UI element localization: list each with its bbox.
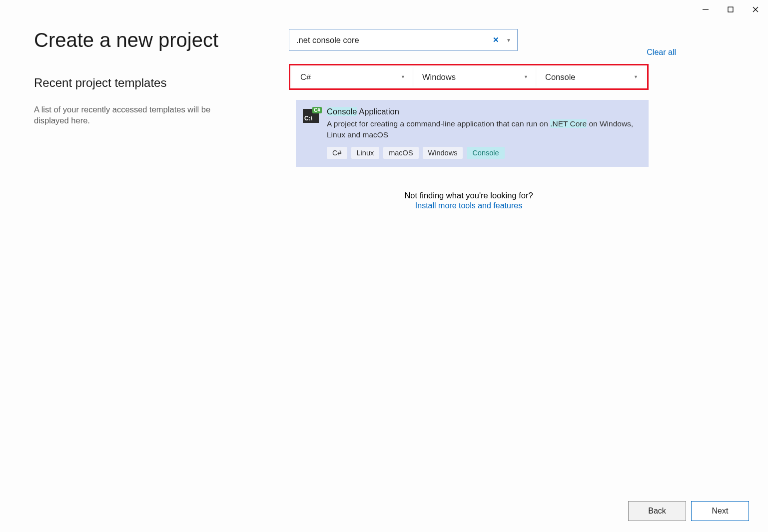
console-app-icon: C:\ C# xyxy=(303,109,320,126)
minimize-button[interactable] xyxy=(693,0,718,19)
close-button[interactable] xyxy=(743,0,768,19)
back-button[interactable]: Back xyxy=(628,501,686,521)
language-filter-label: C# xyxy=(300,72,311,82)
search-input[interactable] xyxy=(296,35,490,45)
template-tags: C# Linux macOS Windows Console xyxy=(327,147,640,159)
chevron-down-icon: ▼ xyxy=(401,74,405,79)
next-button[interactable]: Next xyxy=(691,501,749,521)
recent-templates-title: Recent project templates xyxy=(34,76,269,90)
platform-filter-label: Windows xyxy=(422,72,456,82)
tag: macOS xyxy=(383,147,418,159)
page-title: Create a new project xyxy=(34,29,269,51)
template-title: Console Application xyxy=(327,107,640,116)
template-result[interactable]: C:\ C# Console Application A project for… xyxy=(296,100,649,167)
search-dropdown-icon[interactable]: ▼ xyxy=(502,37,515,43)
tag: Console xyxy=(467,147,504,159)
window-controls xyxy=(693,0,768,19)
platform-filter[interactable]: Windows ▼ xyxy=(414,67,535,86)
install-tools-link[interactable]: Install more tools and features xyxy=(415,201,522,210)
template-description: A project for creating a command-line ap… xyxy=(327,118,640,141)
tag: Linux xyxy=(351,147,380,159)
recent-templates-desc: A list of your recently accessed templat… xyxy=(34,104,214,126)
tag: C# xyxy=(327,147,347,159)
maximize-button[interactable] xyxy=(718,0,743,19)
clear-all-link[interactable]: Clear all xyxy=(647,48,676,57)
project-type-filter[interactable]: Console ▼ xyxy=(537,67,645,86)
tag: Windows xyxy=(423,147,463,159)
search-box[interactable]: ✕ ▼ xyxy=(289,29,518,51)
chevron-down-icon: ▼ xyxy=(634,74,638,79)
language-filter[interactable]: C# ▼ xyxy=(292,67,412,86)
project-type-filter-label: Console xyxy=(545,72,576,82)
svg-rect-1 xyxy=(728,7,733,12)
clear-search-icon[interactable]: ✕ xyxy=(490,35,502,44)
not-finding-text: Not finding what you're looking for? xyxy=(289,191,649,200)
chevron-down-icon: ▼ xyxy=(524,74,528,79)
filter-row-highlight: C# ▼ Windows ▼ Console ▼ xyxy=(289,64,649,90)
